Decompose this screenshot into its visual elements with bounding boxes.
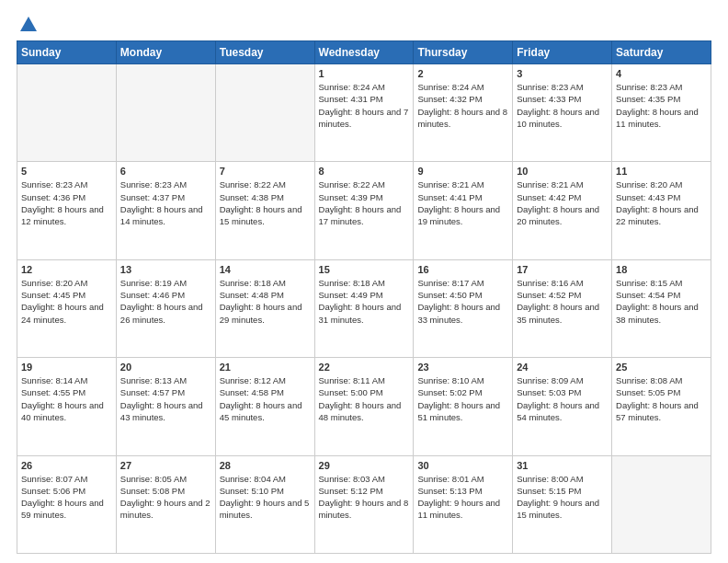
day-content: Sunrise: 8:20 AMSunset: 4:45 PMDaylight:… (21, 277, 112, 326)
calendar-cell: 19Sunrise: 8:14 AMSunset: 4:55 PMDayligh… (17, 358, 117, 455)
day-content: Sunrise: 8:17 AMSunset: 4:50 PMDaylight:… (417, 277, 508, 326)
day-content: Sunrise: 8:01 AMSunset: 5:13 PMDaylight:… (417, 473, 508, 522)
calendar-cell: 3Sunrise: 8:23 AMSunset: 4:33 PMDaylight… (513, 64, 612, 162)
day-number: 8 (319, 166, 410, 177)
calendar-cell: 18Sunrise: 8:15 AMSunset: 4:54 PMDayligh… (612, 259, 711, 357)
day-content: Sunrise: 8:23 AMSunset: 4:33 PMDaylight:… (517, 81, 608, 130)
calendar-cell: 15Sunrise: 8:18 AMSunset: 4:49 PMDayligh… (314, 259, 414, 357)
weekday-header-sunday: Sunday (17, 41, 117, 64)
calendar-cell: 12Sunrise: 8:20 AMSunset: 4:45 PMDayligh… (17, 259, 117, 357)
week-row-5: 26Sunrise: 8:07 AMSunset: 5:06 PMDayligh… (17, 455, 711, 553)
day-content: Sunrise: 8:10 AMSunset: 5:02 PMDaylight:… (417, 374, 508, 423)
calendar-cell: 16Sunrise: 8:17 AMSunset: 4:50 PMDayligh… (414, 259, 513, 357)
weekday-header-tuesday: Tuesday (215, 41, 314, 64)
day-content: Sunrise: 8:22 AMSunset: 4:38 PMDaylight:… (220, 178, 311, 227)
calendar-cell: 21Sunrise: 8:12 AMSunset: 4:58 PMDayligh… (215, 358, 314, 455)
day-number: 17 (517, 264, 608, 275)
day-content: Sunrise: 8:23 AMSunset: 4:36 PMDaylight:… (21, 178, 112, 227)
calendar-cell: 5Sunrise: 8:23 AMSunset: 4:36 PMDaylight… (17, 162, 117, 259)
calendar-cell: 7Sunrise: 8:22 AMSunset: 4:38 PMDaylight… (215, 162, 314, 259)
calendar-cell: 10Sunrise: 8:21 AMSunset: 4:42 PMDayligh… (513, 162, 612, 259)
day-number: 10 (517, 166, 608, 177)
day-number: 30 (417, 460, 508, 471)
calendar-cell: 24Sunrise: 8:09 AMSunset: 5:03 PMDayligh… (513, 358, 612, 455)
calendar-cell: 23Sunrise: 8:10 AMSunset: 5:02 PMDayligh… (414, 358, 513, 455)
day-number: 18 (616, 264, 707, 275)
day-number: 7 (220, 166, 311, 177)
day-number: 20 (120, 362, 211, 373)
weekday-header-saturday: Saturday (612, 41, 711, 64)
calendar-cell: 6Sunrise: 8:23 AMSunset: 4:37 PMDaylight… (116, 162, 215, 259)
day-content: Sunrise: 8:18 AMSunset: 4:49 PMDaylight:… (319, 277, 410, 326)
day-content: Sunrise: 8:21 AMSunset: 4:41 PMDaylight:… (417, 178, 508, 227)
calendar-cell: 26Sunrise: 8:07 AMSunset: 5:06 PMDayligh… (17, 455, 117, 553)
weekday-header-thursday: Thursday (414, 41, 513, 64)
week-row-3: 12Sunrise: 8:20 AMSunset: 4:45 PMDayligh… (17, 259, 711, 357)
day-content: Sunrise: 8:13 AMSunset: 4:57 PMDaylight:… (120, 374, 211, 423)
day-number: 16 (417, 264, 508, 275)
calendar-cell: 2Sunrise: 8:24 AMSunset: 4:32 PMDaylight… (414, 64, 513, 162)
calendar-cell: 22Sunrise: 8:11 AMSunset: 5:00 PMDayligh… (314, 358, 414, 455)
day-number: 26 (21, 460, 112, 471)
day-number: 21 (220, 362, 311, 373)
day-number: 22 (319, 362, 410, 373)
day-content: Sunrise: 8:09 AMSunset: 5:03 PMDaylight:… (517, 374, 608, 423)
calendar-cell: 9Sunrise: 8:21 AMSunset: 4:41 PMDaylight… (414, 162, 513, 259)
day-number: 24 (517, 362, 608, 373)
day-content: Sunrise: 8:04 AMSunset: 5:10 PMDaylight:… (220, 473, 311, 522)
day-content: Sunrise: 8:24 AMSunset: 4:31 PMDaylight:… (319, 81, 410, 130)
weekday-header-wednesday: Wednesday (314, 41, 414, 64)
logo-icon (18, 15, 39, 35)
calendar-cell: 29Sunrise: 8:03 AMSunset: 5:12 PMDayligh… (314, 455, 414, 553)
week-row-2: 5Sunrise: 8:23 AMSunset: 4:36 PMDaylight… (17, 162, 711, 259)
calendar-cell (612, 455, 711, 553)
weekday-header-row: SundayMondayTuesdayWednesdayThursdayFrid… (17, 41, 711, 64)
page: SundayMondayTuesdayWednesdayThursdayFrid… (0, 0, 728, 563)
calendar-cell (215, 64, 314, 162)
day-content: Sunrise: 8:12 AMSunset: 4:58 PMDaylight:… (220, 374, 311, 423)
day-content: Sunrise: 8:23 AMSunset: 4:37 PMDaylight:… (120, 178, 211, 227)
day-number: 19 (21, 362, 112, 373)
svg-marker-0 (20, 17, 37, 31)
day-number: 23 (417, 362, 508, 373)
day-number: 2 (417, 68, 508, 79)
calendar-cell: 17Sunrise: 8:16 AMSunset: 4:52 PMDayligh… (513, 259, 612, 357)
calendar-cell: 27Sunrise: 8:05 AMSunset: 5:08 PMDayligh… (116, 455, 215, 553)
day-number: 25 (616, 362, 707, 373)
day-number: 28 (220, 460, 311, 471)
weekday-header-monday: Monday (116, 41, 215, 64)
week-row-1: 1Sunrise: 8:24 AMSunset: 4:31 PMDaylight… (17, 64, 711, 162)
calendar-cell: 11Sunrise: 8:20 AMSunset: 4:43 PMDayligh… (612, 162, 711, 259)
day-content: Sunrise: 8:19 AMSunset: 4:46 PMDaylight:… (120, 277, 211, 326)
day-content: Sunrise: 8:24 AMSunset: 4:32 PMDaylight:… (417, 81, 508, 130)
header (17, 15, 711, 35)
calendar-cell: 4Sunrise: 8:23 AMSunset: 4:35 PMDaylight… (612, 64, 711, 162)
day-content: Sunrise: 8:08 AMSunset: 5:05 PMDaylight:… (616, 374, 707, 423)
day-content: Sunrise: 8:03 AMSunset: 5:12 PMDaylight:… (319, 473, 410, 522)
day-number: 15 (319, 264, 410, 275)
day-content: Sunrise: 8:20 AMSunset: 4:43 PMDaylight:… (616, 178, 707, 227)
calendar-cell: 1Sunrise: 8:24 AMSunset: 4:31 PMDaylight… (314, 64, 414, 162)
calendar-cell: 31Sunrise: 8:00 AMSunset: 5:15 PMDayligh… (513, 455, 612, 553)
calendar-table: SundayMondayTuesdayWednesdayThursdayFrid… (17, 40, 711, 554)
day-number: 14 (220, 264, 311, 275)
day-number: 13 (120, 264, 211, 275)
day-number: 12 (21, 264, 112, 275)
calendar-cell (116, 64, 215, 162)
day-number: 1 (319, 68, 410, 79)
day-content: Sunrise: 8:22 AMSunset: 4:39 PMDaylight:… (319, 178, 410, 227)
day-content: Sunrise: 8:07 AMSunset: 5:06 PMDaylight:… (21, 473, 112, 522)
day-number: 29 (319, 460, 410, 471)
day-number: 5 (21, 166, 112, 177)
calendar-cell: 25Sunrise: 8:08 AMSunset: 5:05 PMDayligh… (612, 358, 711, 455)
calendar-cell: 14Sunrise: 8:18 AMSunset: 4:48 PMDayligh… (215, 259, 314, 357)
day-content: Sunrise: 8:21 AMSunset: 4:42 PMDaylight:… (517, 178, 608, 227)
day-number: 3 (517, 68, 608, 79)
day-content: Sunrise: 8:00 AMSunset: 5:15 PMDaylight:… (517, 473, 608, 522)
day-content: Sunrise: 8:15 AMSunset: 4:54 PMDaylight:… (616, 277, 707, 326)
week-row-4: 19Sunrise: 8:14 AMSunset: 4:55 PMDayligh… (17, 358, 711, 455)
calendar-cell: 20Sunrise: 8:13 AMSunset: 4:57 PMDayligh… (116, 358, 215, 455)
logo (17, 15, 39, 35)
day-number: 6 (120, 166, 211, 177)
day-content: Sunrise: 8:23 AMSunset: 4:35 PMDaylight:… (616, 81, 707, 130)
